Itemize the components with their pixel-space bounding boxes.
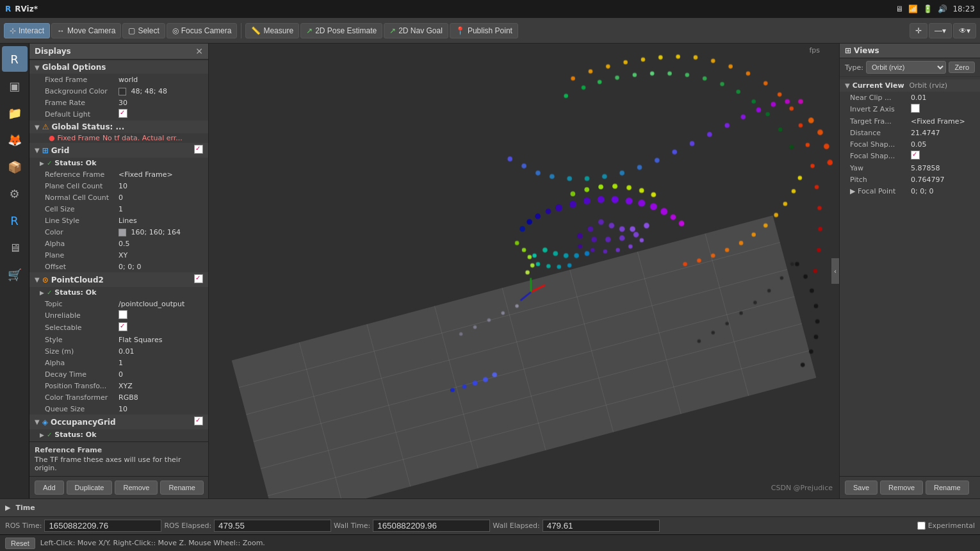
publish-point-button[interactable]: 📍 Publish Point <box>450 23 518 38</box>
pose-estimate-button[interactable]: ↗ 2D Pose Estimate <box>300 23 382 38</box>
pointcloud2-topic-value[interactable]: /pointcloud_output <box>118 300 203 308</box>
frame-rate-value[interactable]: 30 <box>118 99 203 107</box>
background-color-value[interactable]: 48; 48; 48 <box>118 87 203 95</box>
grid-plane-value[interactable]: XY <box>118 251 203 259</box>
pointcloud2-selectable-checkbox[interactable] <box>118 322 127 331</box>
grid-enabled-checkbox[interactable] <box>194 145 203 154</box>
duplicate-button[interactable]: Duplicate <box>67 481 113 495</box>
ros-time-input[interactable] <box>44 520 161 532</box>
pointcloud2-unreliable-value[interactable] <box>118 310 203 321</box>
occupancy-grid-enabled-checkbox[interactable] <box>194 416 203 425</box>
default-light-checkbox[interactable] <box>118 109 127 118</box>
focal-shape-b-checkbox[interactable] <box>911 151 920 160</box>
measure-button[interactable]: 📏 Measure <box>245 23 299 38</box>
collapse-handle[interactable]: ‹ <box>831 258 839 284</box>
interact-button[interactable]: ⊹ Interact <box>4 23 50 38</box>
grid-cell-size-value[interactable]: 1 <box>118 205 203 213</box>
global-options-arrow: ▼ <box>35 64 40 71</box>
focus-camera-button[interactable]: ◎ Focus Camera <box>167 23 238 38</box>
toolbar-separator-1 <box>241 23 241 38</box>
global-status-warning-icon: ⚠ <box>42 122 49 131</box>
pointcloud2-color-transformer-value[interactable]: RGB8 <box>118 393 203 402</box>
yaw-value[interactable]: 5.87858 <box>911 164 940 172</box>
occupancy-grid-status-header[interactable]: ▶ ✓ Status: Ok <box>29 429 208 440</box>
target-frame-value[interactable]: <Fixed Frame> <box>911 117 965 126</box>
svg-point-129 <box>790 262 794 265</box>
pointcloud2-topic-row: Topic /pointcloud_output <box>29 298 208 309</box>
pitch-value[interactable]: 0.764797 <box>911 176 945 184</box>
grid-normal-cell-count-value[interactable]: 0 <box>118 193 203 202</box>
occupancy-grid-section-header[interactable]: ▼ ◈ OccupancyGrid <box>29 415 208 429</box>
grid-color-value[interactable]: 160; 160; 164 <box>118 228 203 236</box>
remove-display-button[interactable]: Remove <box>115 481 158 495</box>
nav-goal-button[interactable]: ↗ 2D Nav Goal <box>384 23 448 38</box>
current-view-header[interactable]: ▼ Current View Orbit (rviz) <box>840 79 980 92</box>
wall-time-input[interactable] <box>373 520 490 532</box>
pointcloud2-status-header[interactable]: ▶ ✓ Status: Ok <box>29 287 208 298</box>
status-bar: Reset Left-Click: Move X/Y. Right-Click:… <box>0 534 980 551</box>
taskbar-settings-icon[interactable]: ⚙ <box>2 181 28 206</box>
pointcloud2-arrow: ▼ <box>35 276 40 283</box>
taskbar-store-icon[interactable]: 🛒 <box>2 261 28 287</box>
taskbar-files-icon[interactable]: 📁 <box>2 100 28 126</box>
fixed-frame-value[interactable]: world <box>118 76 203 84</box>
extra-btn-2[interactable]: —▾ <box>929 23 952 38</box>
views-remove-button[interactable]: Remove <box>880 481 923 495</box>
views-zero-button[interactable]: Zero <box>949 62 975 73</box>
move-camera-button[interactable]: ↔ Move Camera <box>51 23 121 38</box>
views-type-select[interactable]: Orbit (rviz) <box>866 61 946 74</box>
pointcloud2-selectable-value[interactable] <box>118 322 203 333</box>
displays-close-button[interactable]: ✕ <box>195 46 203 56</box>
distance-value[interactable]: 21.4747 <box>911 129 940 137</box>
add-button[interactable]: Add <box>35 481 64 495</box>
views-save-button[interactable]: Save <box>845 481 878 495</box>
pointcloud2-enabled-checkbox[interactable] <box>194 274 203 283</box>
default-light-value[interactable] <box>118 109 203 120</box>
occupancy-grid-status-label: Status: Ok <box>54 431 96 439</box>
taskbar-rviz-icon[interactable]: R <box>2 46 28 72</box>
time-section-arrow[interactable]: ▶ <box>5 504 10 512</box>
grid-reference-frame-value[interactable]: <Fixed Frame> <box>118 170 203 179</box>
pointcloud2-alpha-value[interactable]: 1 <box>118 359 203 367</box>
grid-line-style-label: Line Style <box>45 217 118 225</box>
grid-section-header[interactable]: ▼ ⊞ Grid <box>29 143 208 158</box>
extra-btn-3[interactable]: 👁▾ <box>953 23 976 38</box>
global-status-header[interactable]: ▼ ⚠ Global Status: ... <box>29 120 208 133</box>
global-options-header[interactable]: ▼ Global Options <box>29 61 208 74</box>
focal-shape-b-value[interactable] <box>911 151 920 161</box>
grid-status-label: Status: Ok <box>54 159 96 167</box>
taskbar-monitor-icon[interactable]: 🖥 <box>2 234 28 260</box>
pointcloud2-size-value[interactable]: 0.01 <box>118 347 203 356</box>
grid-alpha-value[interactable]: 0.5 <box>118 240 203 248</box>
grid-plane-cell-count-value[interactable]: 10 <box>118 182 203 190</box>
taskbar-browser-icon[interactable]: 🦊 <box>2 127 28 152</box>
pointcloud2-section-header[interactable]: ▼ ⊙ PointCloud2 <box>29 272 208 287</box>
reset-button[interactable]: Reset <box>5 538 35 549</box>
focal-point-value[interactable]: 0; 0; 0 <box>911 187 933 195</box>
focal-shape-a-value[interactable]: 0.05 <box>911 140 927 149</box>
grid-offset-value[interactable]: 0; 0; 0 <box>118 263 203 271</box>
wall-elapsed-input[interactable] <box>543 520 660 532</box>
pointcloud2-pos-transform-value[interactable]: XYZ <box>118 382 203 390</box>
select-button[interactable]: ▢ Select <box>122 23 165 38</box>
extra-btn-1[interactable]: ✛ <box>910 23 927 38</box>
invert-z-checkbox[interactable] <box>911 104 920 113</box>
taskbar-rviz-logo-icon[interactable]: R <box>2 208 28 233</box>
taskbar-app-icon[interactable]: 📦 <box>2 154 28 179</box>
grid-line-style-value[interactable]: Lines <box>118 217 203 225</box>
pointcloud2-queue-size-value[interactable]: 10 <box>118 405 203 413</box>
ros-elapsed-input[interactable] <box>214 520 331 532</box>
pointcloud2-style-label: Style <box>45 336 118 344</box>
experimental-checkbox[interactable] <box>917 522 926 530</box>
rename-display-button[interactable]: Rename <box>160 481 204 495</box>
pointcloud2-style-value[interactable]: Flat Squares <box>118 336 203 344</box>
pointcloud2-decay-value[interactable]: 0 <box>118 370 203 379</box>
near-clip-value[interactable]: 0.01 <box>911 94 927 102</box>
grid-status-header[interactable]: ▶ ✓ Status: Ok <box>29 158 208 169</box>
pointcloud2-unreliable-checkbox[interactable] <box>118 310 127 319</box>
invert-z-value[interactable] <box>911 104 920 115</box>
taskbar-terminal-icon[interactable]: ▣ <box>2 73 28 99</box>
pointcloud2-size-label: Size (m) <box>45 347 118 356</box>
3d-view[interactable]: ‹ fps CSDN @Prejudice <box>209 44 839 498</box>
views-rename-button[interactable]: Rename <box>926 481 969 495</box>
